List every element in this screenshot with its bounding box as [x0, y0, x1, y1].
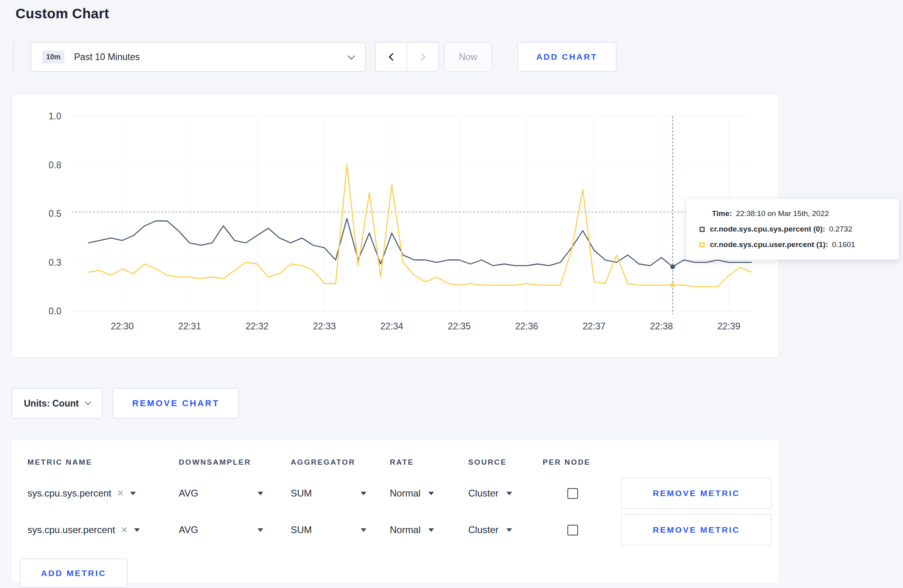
- prev-time-button[interactable]: [375, 42, 407, 72]
- time-step-group: [375, 42, 439, 72]
- rate-select[interactable]: Normal: [390, 488, 468, 499]
- svg-text:0.0: 0.0: [49, 306, 61, 316]
- controls-divider: [13, 42, 14, 72]
- chevron-right-icon: [418, 53, 426, 61]
- tooltip-entry: cr.node.sys.cpu.sys.percent (0): 0.2732: [700, 225, 888, 234]
- add-metric-button[interactable]: ADD METRIC: [20, 559, 127, 588]
- tooltip-entry: cr.node.sys.cpu.user.percent (1): 0.1601: [700, 240, 888, 249]
- series-swatch: [700, 242, 705, 247]
- rate-value: Normal: [390, 524, 420, 535]
- tooltip-metric-label: cr.node.sys.cpu.user.percent (1):: [710, 240, 828, 249]
- caret-down-icon: [134, 528, 140, 532]
- per-node-checkbox[interactable]: [567, 488, 578, 499]
- chevron-down-icon: [85, 399, 91, 405]
- aggregator-select[interactable]: SUM: [291, 488, 366, 499]
- caret-down-icon: [428, 492, 434, 495]
- remove-metric-button[interactable]: REMOVE METRIC: [621, 478, 772, 509]
- rate-select[interactable]: Normal: [390, 524, 468, 535]
- column-header-per-node: PER NODE: [543, 458, 621, 467]
- caret-down-icon: [130, 492, 136, 495]
- time-range-badge: 10m: [42, 51, 64, 64]
- metrics-table: METRIC NAME DOWNSAMPLER AGGREGATOR RATE …: [12, 440, 779, 583]
- tooltip-metric-value: 0.1601: [832, 240, 855, 249]
- tooltip-metric-value: 0.2732: [829, 225, 852, 234]
- time-range-label: Past 10 Minutes: [74, 52, 140, 62]
- units-select[interactable]: Units: Count: [12, 388, 102, 419]
- tooltip-time-row: Time:22:38:10 on Mar 15th, 2022: [700, 209, 888, 218]
- caret-down-icon: [428, 528, 434, 532]
- column-header-downsampler: DOWNSAMPLER: [179, 458, 291, 467]
- svg-text:22:34: 22:34: [380, 321, 403, 331]
- actions-cell: REMOVE METRIC: [621, 478, 772, 509]
- chart-toolbar: Units: Count REMOVE CHART: [12, 388, 891, 419]
- add-chart-button[interactable]: ADD CHART: [518, 42, 616, 72]
- time-range-select[interactable]: 10m Past 10 Minutes: [31, 42, 366, 72]
- chevron-left-icon: [389, 53, 397, 61]
- column-header-aggregator: AGGREGATOR: [291, 458, 390, 467]
- aggregator-select[interactable]: SUM: [291, 524, 366, 535]
- metric-row: sys.cpu.user.percent ✕ AVG SUM Normal Cl…: [27, 512, 770, 548]
- metric-name-value: sys.cpu.sys.percent: [27, 488, 111, 499]
- caret-down-icon: [506, 492, 512, 495]
- metric-name-select[interactable]: sys.cpu.sys.percent ✕: [27, 488, 179, 499]
- column-header-source: SOURCE: [468, 458, 543, 467]
- svg-text:22:39: 22:39: [717, 321, 741, 331]
- caret-down-icon: [361, 528, 366, 532]
- tooltip-metric-label: cr.node.sys.cpu.sys.percent (0):: [710, 225, 825, 234]
- chart-card: 0.00.30.50.81.022:3022:3122:3222:3322:34…: [12, 94, 779, 358]
- metric-name-select[interactable]: sys.cpu.user.percent ✕: [27, 524, 179, 535]
- caret-down-icon: [258, 528, 263, 532]
- actions-cell: REMOVE METRIC: [621, 514, 772, 545]
- page-title: Custom Chart: [16, 6, 891, 21]
- metrics-header-row: METRIC NAME DOWNSAMPLER AGGREGATOR RATE …: [27, 450, 770, 475]
- per-node-cell: [543, 525, 621, 535]
- column-header-rate: RATE: [390, 458, 468, 467]
- svg-text:0.3: 0.3: [49, 257, 61, 268]
- tooltip-time-value: 22:38:10 on Mar 15th, 2022: [736, 209, 829, 218]
- now-button[interactable]: Now: [444, 42, 492, 72]
- metric-name-value: sys.cpu.user.percent: [27, 524, 115, 535]
- chart-svg[interactable]: 0.00.30.50.81.022:3022:3122:3222:3322:34…: [12, 94, 779, 358]
- svg-text:22:36: 22:36: [515, 321, 538, 331]
- caret-down-icon: [361, 492, 366, 495]
- svg-text:22:33: 22:33: [313, 321, 336, 331]
- series-swatch: [700, 227, 705, 232]
- rate-value: Normal: [390, 488, 420, 499]
- svg-text:0.8: 0.8: [49, 160, 61, 170]
- tooltip-time-label: Time:: [712, 209, 732, 218]
- aggregator-value: SUM: [291, 524, 312, 535]
- downsampler-value: AVG: [179, 524, 198, 535]
- chart-controls: 10m Past 10 Minutes Now ADD CHART: [12, 42, 891, 72]
- svg-text:22:35: 22:35: [448, 321, 471, 331]
- units-label: Units: Count: [24, 398, 79, 409]
- source-value: Cluster: [468, 524, 498, 535]
- chevron-down-icon: [348, 52, 355, 59]
- source-select[interactable]: Cluster: [468, 488, 543, 499]
- source-value: Cluster: [468, 488, 498, 499]
- svg-text:22:30: 22:30: [111, 321, 134, 331]
- downsampler-value: AVG: [179, 488, 198, 499]
- svg-text:22:38: 22:38: [650, 321, 673, 331]
- remove-chart-button[interactable]: REMOVE CHART: [113, 388, 239, 419]
- custom-chart-page: Custom Chart 10m Past 10 Minutes Now ADD…: [0, 6, 903, 583]
- svg-text:22:31: 22:31: [178, 321, 201, 331]
- column-header-metric-name: METRIC NAME: [27, 458, 179, 467]
- per-node-cell: [543, 488, 621, 499]
- metric-row: sys.cpu.sys.percent ✕ AVG SUM Normal Clu…: [27, 475, 770, 512]
- next-time-button[interactable]: [407, 42, 439, 72]
- per-node-checkbox[interactable]: [567, 525, 578, 535]
- clear-metric-icon[interactable]: ✕: [117, 489, 124, 498]
- svg-text:0.5: 0.5: [49, 208, 61, 219]
- caret-down-icon: [506, 528, 512, 532]
- downsampler-select[interactable]: AVG: [179, 524, 263, 535]
- caret-down-icon: [258, 492, 263, 495]
- downsampler-select[interactable]: AVG: [179, 488, 263, 499]
- clear-metric-icon[interactable]: ✕: [121, 525, 128, 535]
- svg-text:22:37: 22:37: [582, 321, 606, 331]
- aggregator-value: SUM: [291, 488, 312, 499]
- svg-text:22:32: 22:32: [246, 321, 269, 331]
- chart-tooltip: Time:22:38:10 on Mar 15th, 2022 cr.node.…: [686, 199, 899, 260]
- svg-text:1.0: 1.0: [49, 111, 61, 121]
- source-select[interactable]: Cluster: [468, 524, 543, 535]
- remove-metric-button[interactable]: REMOVE METRIC: [621, 514, 772, 545]
